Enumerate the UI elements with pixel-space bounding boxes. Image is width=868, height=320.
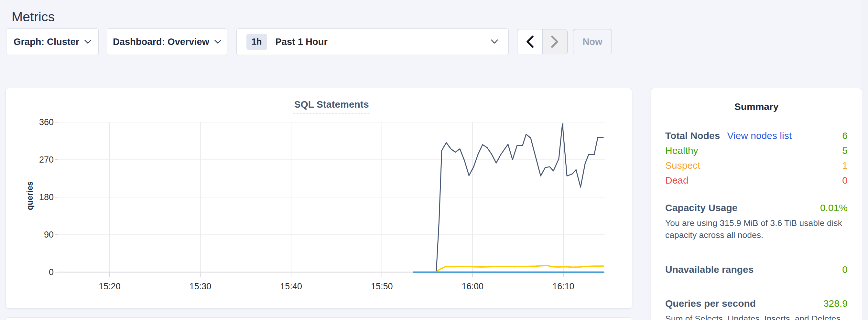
chart-title[interactable]: SQL Statements (293, 99, 369, 114)
unavailable-ranges-section: Unavailable ranges 0 (665, 255, 848, 284)
prev-time-button[interactable] (518, 29, 542, 54)
y-axis-label: queries (25, 164, 35, 228)
healthy-nodes-row: Healthy 5 (665, 143, 848, 158)
node-status-list: Total Nodes View nodes list 6 Healthy 5 … (665, 128, 848, 188)
chevron-down-icon (214, 40, 221, 44)
chevron-down-icon (491, 39, 498, 44)
queries-per-second-value: 328.9 (824, 298, 848, 309)
total-nodes-label: Total Nodes (665, 130, 720, 141)
svg-text:180: 180 (39, 192, 54, 202)
unavailable-ranges-value: 0 (842, 264, 848, 275)
queries-per-second-description: Sum of Selects, Updates, Inserts, and De… (665, 313, 848, 320)
total-nodes-row: Total Nodes View nodes list 6 (665, 128, 848, 143)
total-nodes-value: 6 (842, 130, 848, 141)
summary-panel: Summary Total Nodes View nodes list 6 He… (651, 88, 862, 320)
chevron-left-icon (526, 35, 534, 48)
queries-per-second-section: Queries per second 328.9 Sum of Selects,… (665, 289, 848, 320)
now-button[interactable]: Now (573, 29, 612, 54)
next-chart-card (5, 317, 632, 320)
svg-text:360: 360 (39, 117, 54, 127)
page-background-strip (862, 0, 868, 320)
suspect-label: Suspect (665, 160, 700, 171)
svg-text:90: 90 (44, 230, 54, 239)
graph-dropdown-label: Graph: Cluster (13, 36, 79, 47)
capacity-usage-description: You are using 315.9 MiB of 3.6 TiB usabl… (665, 217, 848, 241)
capacity-usage-section: Capacity Usage 0.01% You are using 315.9… (665, 193, 848, 250)
time-range-badge: 1h (246, 34, 267, 50)
sql-statements-chart[interactable]: 15:2015:3015:4015:5016:0016:100901802703… (6, 88, 632, 308)
dashboard-dropdown-label: Dashboard: Overview (113, 36, 209, 47)
capacity-usage-value: 0.01% (820, 202, 848, 213)
chevron-right-icon (551, 35, 559, 48)
dead-value: 0 (842, 175, 848, 186)
graph-dropdown[interactable]: Graph: Cluster (6, 28, 99, 55)
capacity-usage-label: Capacity Usage (665, 202, 820, 213)
page-title: Metrics (12, 9, 55, 25)
suspect-value: 1 (842, 160, 848, 171)
dashboard-dropdown[interactable]: Dashboard: Overview (107, 28, 227, 55)
healthy-value: 5 (842, 145, 848, 156)
time-range-selector[interactable]: 1h Past 1 Hour (237, 28, 509, 55)
dead-label: Dead (665, 175, 688, 186)
svg-text:16:00: 16:00 (462, 282, 484, 291)
svg-text:15:20: 15:20 (99, 282, 121, 291)
series-navy (436, 124, 603, 271)
queries-per-second-label: Queries per second (665, 298, 824, 309)
dead-nodes-row: Dead 0 (665, 173, 848, 188)
series-yellow (436, 265, 603, 271)
svg-text:16:10: 16:10 (552, 282, 575, 291)
svg-text:0: 0 (49, 267, 54, 277)
unavailable-ranges-label: Unavailable ranges (665, 264, 842, 275)
chevron-down-icon (84, 40, 91, 44)
svg-text:15:50: 15:50 (371, 282, 393, 291)
svg-text:270: 270 (39, 155, 54, 164)
time-nav-group (517, 29, 567, 54)
summary-title: Summary (665, 101, 848, 112)
sql-statements-chart-card: SQL Statements queries 15:2015:3015:4015… (5, 88, 632, 309)
healthy-label: Healthy (665, 145, 698, 156)
suspect-nodes-row: Suspect 1 (665, 158, 848, 173)
time-range-label: Past 1 Hour (276, 36, 328, 47)
svg-text:15:30: 15:30 (189, 282, 212, 291)
view-nodes-list-link[interactable]: View nodes list (727, 130, 792, 141)
svg-text:15:40: 15:40 (280, 282, 302, 291)
next-time-button[interactable] (542, 29, 567, 54)
